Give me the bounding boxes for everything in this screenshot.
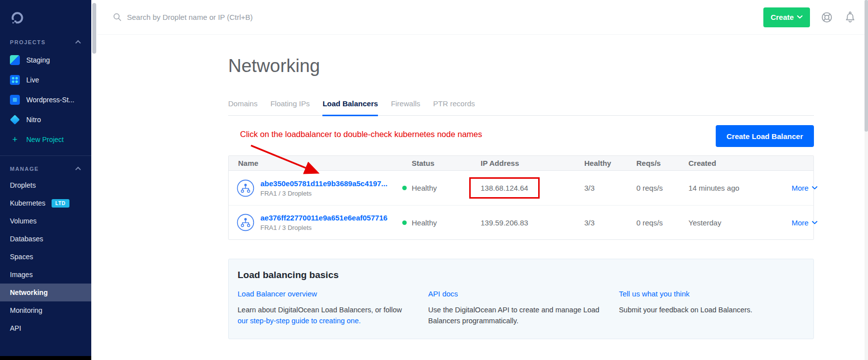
projects-label: PROJECTS — [10, 39, 46, 45]
requests-per-second: 0 reqs/s — [636, 218, 688, 227]
chevron-down-icon — [797, 15, 803, 19]
page-title: Networking — [228, 56, 814, 76]
sidebar-item-databases[interactable]: Databases — [0, 230, 91, 248]
sidebar-item-volumes[interactable]: Volumes — [0, 212, 91, 230]
healthy-count: 3/3 — [584, 184, 636, 192]
status-text: Healthy — [412, 218, 437, 227]
basics-text: Learn about DigitalOcean Load Balancers,… — [238, 306, 402, 314]
column-header-created: Created — [688, 159, 778, 167]
window-scrollbar[interactable] — [865, 0, 868, 360]
load-balancer-location: FRA1 / 3 Droplets — [260, 190, 387, 197]
sidebar-item-nitro[interactable]: Nitro — [0, 110, 91, 130]
status-text: Healthy — [412, 184, 437, 192]
chevron-up-icon — [75, 40, 81, 46]
sidebar-item-spaces[interactable]: Spaces — [0, 248, 91, 266]
requests-per-second: 0 reqs/s — [636, 184, 688, 192]
create-load-balancer-button[interactable]: Create Load Balancer — [716, 125, 814, 147]
sidebar-item-api[interactable]: API — [0, 319, 91, 337]
table-row[interactable]: ae376ff22770011e9a651e6eaf057716 FRA1 / … — [229, 205, 813, 239]
basics-text: Use the DigitalOcean API to create and m… — [428, 305, 608, 327]
project-label: Nitro — [26, 116, 41, 124]
healthy-count: 3/3 — [584, 218, 636, 227]
search-input[interactable] — [127, 13, 395, 21]
tab-domains[interactable]: Domains — [228, 99, 257, 116]
new-project-button[interactable]: + New Project — [0, 130, 91, 149]
manage-list: Droplets Kubernetes LTD Volumes Database… — [0, 176, 91, 337]
step-by-step-guide-link[interactable]: our step-by-step guide to creating one. — [238, 317, 361, 325]
sidebar-item-kubernetes[interactable]: Kubernetes LTD — [0, 194, 91, 212]
load-balancer-name-link[interactable]: ae376ff22770011e9a651e6eaf057716 — [260, 214, 387, 222]
tab-load-balancers[interactable]: Load Balancers — [322, 99, 378, 116]
table-row[interactable]: abe350e05781d11e9b3689a5c4197... FRA1 / … — [229, 171, 813, 205]
sidebar-scrollbar-thumb[interactable] — [92, 3, 96, 54]
projects-list: Staging Live Wordpress-St... Nitro + New… — [0, 50, 91, 149]
plus-icon: + — [10, 135, 20, 145]
created-time: Yesterday — [688, 218, 778, 227]
feedback-link[interactable]: Tell us what you think — [619, 289, 690, 298]
topbar-actions: Create — [763, 7, 865, 27]
sidebar-bottom-strip — [0, 356, 91, 360]
digitalocean-logo-icon — [10, 11, 25, 26]
load-balancer-name-link[interactable]: abe350e05781d11e9b3689a5c4197... — [260, 179, 387, 188]
help-lifebuoy-icon — [820, 11, 833, 24]
load-balancer-location: FRA1 / 3 Droplets — [260, 224, 387, 231]
load-balancer-overview-link[interactable]: Load Balancer overview — [238, 289, 317, 298]
annotation-text: Click on the loadbalancer to double-chec… — [240, 130, 482, 139]
window-scrollbar-thumb[interactable] — [865, 0, 868, 132]
tab-firewalls[interactable]: Firewalls — [391, 99, 420, 116]
basics-title: Load balancing basics — [238, 270, 805, 281]
load-balancing-basics-panel: Load balancing basics Load Balancer over… — [228, 259, 814, 339]
create-button[interactable]: Create — [763, 7, 810, 27]
healthy-status-dot — [402, 220, 407, 225]
sidebar-item-networking[interactable]: Networking — [0, 284, 91, 301]
basics-column-api: API docs Use the DigitalOcean API to cre… — [428, 289, 614, 327]
projects-section-header[interactable]: PROJECTS — [0, 39, 91, 45]
project-wordpress-icon — [10, 95, 20, 105]
chevron-down-icon — [812, 186, 817, 190]
sidebar-item-wordpress[interactable]: Wordpress-St... — [0, 90, 91, 110]
load-balancer-icon — [237, 179, 254, 197]
digitalocean-logo[interactable] — [0, 0, 91, 28]
tab-ptr-records[interactable]: PTR records — [433, 99, 475, 116]
project-label: Live — [26, 76, 39, 84]
basics-text: Submit your feedback on Load Balancers. — [619, 305, 799, 316]
chevron-up-icon — [75, 167, 81, 172]
basics-column-feedback: Tell us what you think Submit your feedb… — [619, 289, 805, 327]
ltd-badge: LTD — [52, 199, 70, 208]
manage-label: MANAGE — [10, 166, 39, 172]
more-menu-button[interactable]: More — [792, 184, 817, 192]
more-menu-button[interactable]: More — [792, 218, 817, 227]
created-time: 14 minutes ago — [688, 184, 778, 192]
sidebar-item-droplets[interactable]: Droplets — [0, 176, 91, 194]
sidebar-item-staging[interactable]: Staging — [0, 50, 91, 70]
project-label: Wordpress-St... — [26, 96, 74, 104]
sidebar-item-live[interactable]: Live — [0, 70, 91, 90]
tab-bar: Domains Floating IPs Load Balancers Fire… — [228, 99, 814, 116]
load-balancers-table: Name Status IP Address Healthy Reqs/s Cr… — [228, 155, 814, 240]
ip-highlight-box: 138.68.124.64 — [469, 177, 540, 199]
column-header-reqs: Reqs/s — [636, 159, 688, 167]
column-header-status: Status — [402, 159, 471, 167]
project-staging-icon — [10, 55, 20, 65]
column-header-ip: IP Address — [471, 159, 584, 167]
sidebar-divider — [0, 155, 91, 156]
tab-floating-ips[interactable]: Floating IPs — [270, 99, 310, 116]
healthy-status-dot — [402, 186, 407, 190]
manage-section-header[interactable]: MANAGE — [0, 166, 91, 172]
help-button[interactable] — [820, 11, 833, 24]
column-header-healthy: Healthy — [584, 159, 636, 167]
search-icon — [113, 13, 122, 21]
load-balancer-toolbar: Click on the loadbalancer to double-chec… — [228, 116, 814, 155]
chevron-down-icon — [812, 221, 817, 224]
project-label: Staging — [26, 56, 50, 64]
main-content: Networking Domains Floating IPs Load Bal… — [97, 35, 865, 360]
project-nitro-icon — [10, 115, 20, 125]
topbar: Create — [97, 0, 865, 35]
notifications-button[interactable] — [844, 11, 857, 24]
sidebar-item-monitoring[interactable]: Monitoring — [0, 301, 91, 319]
api-docs-link[interactable]: API docs — [428, 289, 458, 298]
ip-address: 139.59.206.83 — [471, 218, 584, 227]
sidebar-item-images[interactable]: Images — [0, 266, 91, 284]
column-header-name: Name — [229, 159, 402, 167]
table-header-row: Name Status IP Address Healthy Reqs/s Cr… — [229, 156, 813, 171]
